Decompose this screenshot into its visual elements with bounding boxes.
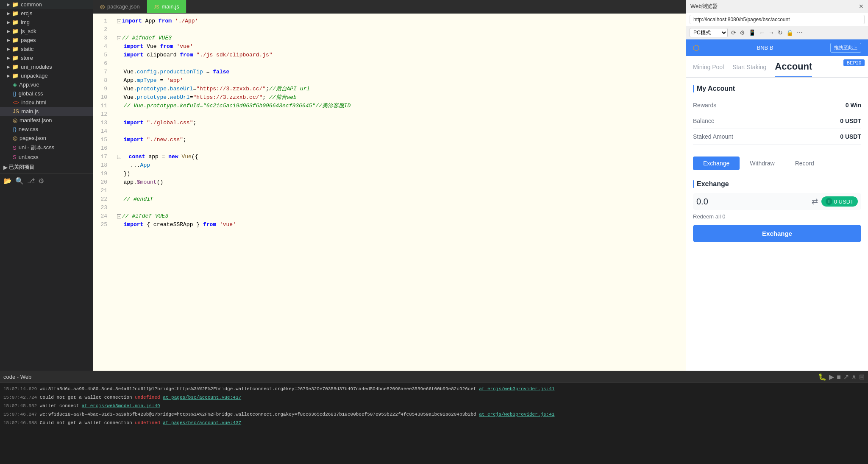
console-link[interactable]: at ercjs/web3model.min.js:49 (82, 403, 160, 408)
expand-icon[interactable]: ⊞ (859, 373, 865, 381)
js-icon: JS (154, 4, 159, 9)
fold-icon[interactable]: - (117, 19, 121, 23)
closed-projects-section[interactable]: ▶ 已关闭项目 (0, 162, 93, 173)
rotate-icon[interactable]: ⟳ (731, 29, 736, 36)
arrow-icon: ▶ (7, 29, 10, 34)
exchange-arrows-icon[interactable]: ⇄ (812, 197, 818, 206)
timestamp: 15:07:42.724 (3, 395, 40, 400)
folder-icon: 📁 (12, 73, 19, 79)
console-link[interactable]: at ercjs/web3provider.js:41 (479, 386, 554, 391)
console-line: 15:07:46.988 Could not get a wallet conn… (3, 419, 865, 427)
fold-icon[interactable]: - (117, 155, 121, 159)
search-icon[interactable]: 🔍 (15, 177, 24, 185)
sidebar-item-pages[interactable]: ▶ 📁 pages (0, 36, 93, 45)
folder-icon: 📁 (12, 55, 19, 61)
fold-icon[interactable]: - (117, 214, 121, 218)
code-content: -import App from './App' -// #ifndef VUE… (110, 14, 686, 371)
json-icon: ◎ (13, 135, 17, 141)
exchange-amount[interactable]: 0.0 (696, 197, 808, 207)
more-icon[interactable]: ⋯ (797, 29, 803, 36)
back-icon[interactable]: ← (759, 29, 765, 36)
html-icon: <> (13, 99, 19, 106)
arrow-icon: ▶ (3, 165, 7, 171)
code-editor[interactable]: 12345 678910 1112131415 1617181920 21222… (93, 14, 686, 371)
mode-select[interactable]: PC模式 Mobile模式 (690, 28, 728, 37)
css-icon: {} (13, 90, 17, 97)
sidebar-item-img[interactable]: ▶ 📁 img (0, 18, 93, 27)
exchange-section-title: Exchange (693, 180, 861, 188)
play-icon[interactable]: ▶ (829, 373, 834, 381)
browser-titlebar: Web浏览器 ✕ (686, 0, 868, 13)
tab-bar: ◎ package.json JS main.js (93, 0, 686, 14)
stop-icon[interactable]: ■ (837, 373, 841, 381)
fold-icon[interactable]: - (117, 36, 121, 40)
sidebar-item-unpackage[interactable]: ▶ 📁 unpackage (0, 71, 93, 80)
rewards-value: 0 Win (846, 102, 861, 109)
console-link[interactable]: at pages/bsc/account.vue:437 (163, 420, 241, 425)
sidebar-item-uni-scss[interactable]: S uni.scss (0, 153, 93, 162)
external-icon[interactable]: ↗ (843, 373, 849, 381)
arrow-icon: ▶ (7, 11, 10, 16)
usdt-amount: 0 USDT (834, 198, 854, 205)
folder-open-icon[interactable]: 📂 (3, 177, 12, 185)
sidebar-item-pages-json[interactable]: ◎ pages.json (0, 134, 93, 143)
sidebar-item-global-css[interactable]: {} global.css (0, 89, 93, 98)
arrow-icon: ▶ (7, 20, 10, 25)
sidebar-item-uni-modules[interactable]: ▶ 📁 uni_modules (0, 62, 93, 71)
lock-icon[interactable]: 🔒 (786, 29, 793, 36)
console-error: undefined (135, 420, 160, 425)
sidebar-item-static[interactable]: ▶ 📁 static (0, 45, 93, 53)
run-icon[interactable]: 🐛 (818, 373, 826, 381)
console-msg: Could not get a wallet connection (40, 420, 135, 425)
nav-item-mining-pool[interactable]: Mining Pool (693, 64, 724, 75)
sidebar-item-app-vue[interactable]: ◈ App.vue (0, 80, 93, 89)
settings-icon[interactable]: ⚙ (38, 177, 44, 185)
console-link[interactable]: at pages/bsc/account.vue:437 (163, 395, 241, 400)
collapse-icon[interactable]: ∧ (851, 373, 857, 381)
folder-icon: 📁 (12, 28, 19, 34)
tab-main-js[interactable]: JS main.js (147, 0, 186, 13)
usdt-badge: T 0 USDT (821, 196, 858, 207)
sidebar-item-ercjs[interactable]: ▶ 📁 ercjs (0, 9, 93, 18)
refresh-icon[interactable]: ↻ (778, 29, 783, 36)
arrow-icon: ▶ (7, 47, 10, 51)
sidebar-item-js-sdk[interactable]: ▶ 📁 js_sdk (0, 27, 93, 36)
bep20-badge: BEP20 (843, 59, 865, 66)
sidebar-item-index-html[interactable]: <> index.html (0, 98, 93, 107)
mobile-icon[interactable]: 📱 (748, 29, 756, 36)
timestamp: 15:07:14.629 (3, 386, 40, 391)
sidebar-item-label: common (21, 1, 42, 8)
sidebar-item-manifest-json[interactable]: ◎ manifest.json (0, 116, 93, 125)
git-icon[interactable]: ⎇ (27, 177, 35, 185)
bottom-toolbar: code - Web 🐛 ▶ ■ ↗ ∧ ⊞ (0, 371, 868, 383)
sidebar-item-new-css[interactable]: {} new.css (0, 125, 93, 134)
sidebar-item-main-js[interactable]: JS main.js (0, 107, 93, 116)
forward-icon[interactable]: → (768, 29, 774, 36)
address-input[interactable] (690, 15, 865, 24)
withdraw-tab[interactable]: Withdraw (740, 157, 785, 170)
drag-button[interactable]: 拖拽至此上 (830, 43, 861, 53)
sidebar-item-store[interactable]: ▶ 📁 store (0, 53, 93, 62)
nav-item-staking[interactable]: Start Staking (732, 64, 766, 75)
sidebar-item-common[interactable]: ▶ 📁 common (0, 0, 93, 9)
bottom-panel: code - Web 🐛 ▶ ■ ↗ ∧ ⊞ 15:07:14.629 wc:8… (0, 371, 868, 464)
folder-icon: 📁 (12, 46, 19, 52)
browser-close-button[interactable]: ✕ (859, 3, 864, 10)
browser-panel: Web浏览器 ✕ PC模式 Mobile模式 ⟳ ⚙ 📱 ← → ↻ 🔒 ⋯ ⬡ (686, 0, 868, 371)
sidebar-item-label: js_sdk (21, 28, 36, 34)
console-error: undefined (135, 395, 160, 400)
timestamp: 15:07:45.952 (3, 403, 40, 408)
exchange-tab[interactable]: Exchange (693, 157, 740, 170)
sidebar-item-label: store (21, 55, 33, 61)
settings-icon[interactable]: ⚙ (740, 29, 745, 36)
js-icon: JS (13, 108, 19, 115)
nav-item-account[interactable]: Account (775, 61, 812, 77)
record-tab[interactable]: Record (785, 157, 824, 170)
browser-content: ⬡ BNB B 拖拽至此上 BEP20 Mining Pool Start St… (686, 39, 868, 371)
tab-package-json[interactable]: ◎ package.json (93, 0, 147, 13)
exchange-button[interactable]: Exchange (693, 225, 861, 242)
staked-label: Staked Amount (693, 133, 733, 140)
browser-title: Web浏览器 (690, 3, 718, 10)
sidebar-item-uni-scss-copy[interactable]: S uni - 副本.scss (0, 143, 93, 153)
console-link[interactable]: at ercjs/web3provider.js:41 (479, 412, 554, 417)
